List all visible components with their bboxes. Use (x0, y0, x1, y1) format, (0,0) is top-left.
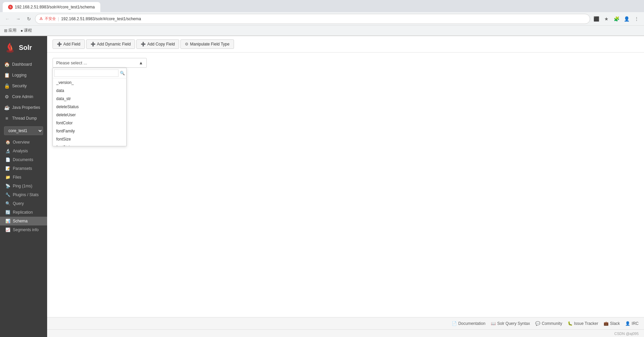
schema-icon: 📊 (5, 219, 10, 223)
bookmark-apps[interactable]: ⊞ 应用 (4, 28, 16, 33)
sidebar-item-files[interactable]: 📁 Files (0, 173, 47, 182)
dropdown-item-font-family[interactable]: fontFamily (53, 127, 126, 135)
add-field-button[interactable]: ➕ Add Field (53, 39, 85, 49)
sidebar-analysis-label: Analysis (13, 149, 28, 153)
chevron-up-icon: ▲ (139, 60, 143, 65)
bookmark-button[interactable]: ★ (602, 14, 611, 24)
sidebar-ping-label: Ping (1ms) (13, 184, 32, 188)
bookmark-course[interactable]: ● 课程 (21, 28, 32, 33)
back-button[interactable]: ← (3, 14, 12, 24)
field-selector-dropdown: Please select ... ▲ 🔍 _version_ data dat… (53, 58, 147, 68)
footer-link-irc[interactable]: 👤 IRC (625, 321, 639, 326)
sidebar-item-analysis[interactable]: 🔬 Analysis (0, 147, 47, 155)
browser-toolbar-icons: ⬛ ★ 🧩 👤 ⋮ (591, 14, 641, 24)
dropdown-search-input[interactable] (54, 69, 118, 77)
manipulate-field-type-icon: ⚙ (185, 42, 189, 47)
ping-icon: 📡 (5, 184, 10, 188)
dropdown-item-delete-user[interactable]: deleteUser (53, 111, 126, 119)
sidebar-paramsets-label: Paramsets (13, 166, 32, 171)
add-field-icon: ➕ (57, 42, 62, 47)
schema-toolbar: ➕ Add Field ➕ Add Dynamic Field ➕ Add Co… (47, 36, 644, 53)
security-warning-text: 不安全 (45, 16, 56, 21)
account-button[interactable]: 👤 (622, 14, 631, 24)
dropdown-item-data[interactable]: data (53, 87, 126, 95)
sidebar-item-logging[interactable]: 📋 Logging (0, 70, 47, 81)
dropdown-item-font-style[interactable]: fontStyle (53, 143, 126, 146)
query-icon: 🔍 (5, 201, 10, 206)
course-icon: ● (21, 28, 23, 33)
replication-icon: 🔄 (5, 210, 10, 215)
app-container: Solr 🏠 Dashboard 📋 Logging 🔒 Security ⚙ … (0, 36, 644, 337)
sidebar-item-segments[interactable]: 📈 Segments info (0, 225, 47, 234)
analysis-icon: 🔬 (5, 149, 10, 153)
sidebar-item-java-properties[interactable]: ☕ Java Properties (0, 102, 47, 113)
extensions-button[interactable]: 🧩 (612, 14, 621, 24)
bookmark-apps-label: 应用 (8, 28, 16, 33)
footer-link-issue-tracker[interactable]: 🐛 Issue Tracker (568, 321, 598, 326)
footer-irc-label: IRC (632, 321, 639, 326)
dropdown-item-font-color[interactable]: fontColor (53, 119, 126, 127)
add-dynamic-field-button[interactable]: ➕ Add Dynamic Field (86, 39, 135, 49)
java-properties-icon: ☕ (4, 105, 9, 110)
forward-button[interactable]: → (13, 14, 23, 24)
files-icon: 📁 (5, 175, 10, 180)
add-copy-field-label: Add Copy Field (147, 42, 175, 47)
sidebar-item-thread-dump[interactable]: ≡ Thread Dump (0, 113, 47, 124)
segments-icon: 📈 (5, 227, 10, 232)
dropdown-item-version[interactable]: _version_ (53, 79, 126, 87)
address-bar[interactable]: ⚠ 不安全 | 192.168.2.51:8983/solr/#/core_te… (35, 14, 590, 24)
sidebar-item-schema[interactable]: 📊 Schema (0, 217, 47, 225)
menu-button[interactable]: ⋮ (632, 14, 641, 24)
dropdown-list: _version_ data data_str deleteStatus del… (53, 79, 126, 146)
dropdown-item-data-str[interactable]: data_str (53, 95, 126, 103)
apps-grid-icon: ⊞ (4, 28, 7, 33)
sidebar-replication-label: Replication (13, 210, 33, 215)
footer-link-documentation[interactable]: 📄 Documentation (452, 321, 485, 326)
sidebar-item-dashboard[interactable]: 🏠 Dashboard (0, 59, 47, 70)
bottom-bar-text: CSDN @aj095 (614, 332, 639, 336)
footer-slack-label: Slack (610, 321, 620, 326)
tab-favicon: S (8, 5, 13, 9)
dropdown-placeholder: Please select ... (56, 60, 87, 65)
sidebar-logging-label: Logging (12, 73, 27, 78)
dashboard-icon: 🏠 (4, 62, 9, 67)
dropdown-trigger[interactable]: Please select ... ▲ (53, 58, 147, 68)
sidebar-item-paramsets[interactable]: 📝 Paramsets (0, 164, 47, 173)
sidebar-item-documents[interactable]: 📄 Documents (0, 155, 47, 164)
sidebar-item-core-admin[interactable]: ⚙ Core Admin (0, 91, 47, 102)
sidebar-item-security[interactable]: 🔒 Security (0, 81, 47, 91)
footer-community-label: Community (542, 321, 562, 326)
footer: 📄 Documentation 📖 Solr Query Syntax 💬 Co… (47, 317, 644, 329)
main-content: ➕ Add Field ➕ Add Dynamic Field ➕ Add Co… (47, 36, 644, 337)
browser-tab[interactable]: S 192.168.2.51:8983/solr/#/core_test1/sc… (3, 2, 100, 12)
manipulate-field-type-button[interactable]: ⚙ Manipulate Field Type (180, 39, 234, 49)
footer-link-community[interactable]: 💬 Community (535, 321, 562, 326)
footer-link-query-syntax[interactable]: 📖 Solr Query Syntax (491, 321, 530, 326)
sidebar-item-ping[interactable]: 📡 Ping (1ms) (0, 182, 47, 190)
security-warning-icon: ⚠ (39, 17, 43, 21)
footer-link-slack[interactable]: 💼 Slack (604, 321, 620, 326)
sidebar-item-replication[interactable]: 🔄 Replication (0, 208, 47, 217)
reload-button[interactable]: ↻ (24, 14, 34, 24)
dropdown-search[interactable]: 🔍 (53, 68, 126, 79)
add-copy-field-button[interactable]: ➕ Add Copy Field (136, 39, 179, 49)
sidebar: Solr 🏠 Dashboard 📋 Logging 🔒 Security ⚙ … (0, 36, 47, 337)
cast-button[interactable]: ⬛ (591, 14, 601, 24)
sidebar-dashboard-label: Dashboard (12, 62, 32, 67)
dropdown-item-delete-status[interactable]: deleteStatus (53, 103, 126, 111)
bottom-bar: CSDN @aj095 (47, 329, 644, 337)
documents-icon: 📄 (5, 157, 10, 162)
core-select-dropdown[interactable]: core_test1 (4, 126, 43, 135)
sidebar-item-overview[interactable]: 🏠 Overview (0, 138, 47, 147)
query-syntax-icon: 📖 (491, 321, 496, 326)
sidebar-thread-dump-label: Thread Dump (12, 116, 37, 121)
dropdown-item-font-size[interactable]: fontSize (53, 135, 126, 143)
sidebar-item-query[interactable]: 🔍 Query (0, 199, 47, 208)
browser-chrome: S 192.168.2.51:8983/solr/#/core_test1/sc… (0, 0, 644, 36)
sidebar-item-plugins[interactable]: 🔧 Plugins / Stats (0, 190, 47, 199)
content-area: Please select ... ▲ 🔍 _version_ data dat… (47, 53, 644, 317)
sidebar-overview-label: Overview (13, 140, 30, 145)
sidebar-schema-label: Schema (13, 219, 28, 223)
community-icon: 💬 (535, 321, 540, 326)
core-selector[interactable]: core_test1 (4, 126, 43, 135)
